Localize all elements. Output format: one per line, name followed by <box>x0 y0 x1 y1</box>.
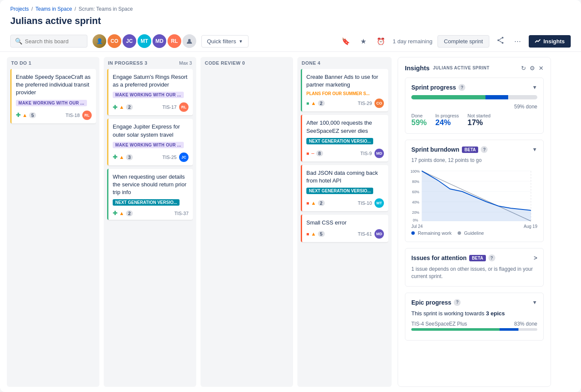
search-input[interactable] <box>25 38 81 45</box>
burndown-chart: 100% 80% 60% 40% 20% 0% <box>410 168 539 223</box>
sprint-burndown-title: Sprint burndown BETA ? ▼ <box>411 146 537 153</box>
more-options-button[interactable]: ⋯ <box>512 36 524 47</box>
page-title: Julians active sprint <box>0 14 581 31</box>
card-tis37-tag: NEXT GENERATION VERSIO... <box>113 199 180 206</box>
issues-expand-icon[interactable]: > <box>534 254 537 261</box>
insights-button[interactable]: Insights <box>529 35 571 48</box>
clock-icon-button[interactable]: ⏰ <box>374 36 388 47</box>
column-inprogress-title: IN PROGRESS 3 <box>108 60 147 66</box>
issues-help-icon[interactable]: ? <box>488 254 495 261</box>
tag-icon-button[interactable]: 🔖 <box>339 36 353 47</box>
card-tis9-meta: TIS-9 MD <box>360 149 384 158</box>
card-tis37-title: When requesting user details the service… <box>113 173 189 197</box>
epic-progress-title-wrap: Epic progress ? <box>411 299 461 306</box>
avatar-rl[interactable]: RL <box>168 34 181 48</box>
sprint-burndown-title-wrap: Sprint burndown BETA ? <box>411 146 488 153</box>
plus-icon: ✚ <box>113 104 117 111</box>
column-todo-title: TO DO 1 <box>11 60 31 66</box>
sprint-progress-chevron-icon[interactable]: ▼ <box>532 84 537 90</box>
insights-close-button[interactable]: ✕ <box>539 65 544 72</box>
card-tis9-icons: ■ − 8 <box>306 150 323 157</box>
svg-text:0%: 0% <box>413 218 418 222</box>
progress-done-bar <box>411 95 485 99</box>
card-tis25-id: TIS-25 <box>162 155 177 160</box>
star-icon-button[interactable]: ★ <box>358 36 369 47</box>
epic-subtitle: This sprint is working towards 3 epics <box>411 310 537 317</box>
quick-filters-button[interactable]: Quick filters ▼ <box>201 35 249 48</box>
avatar-co[interactable]: CO <box>108 34 121 48</box>
column-todo-header: TO DO 1 <box>10 60 96 66</box>
share-icon-button[interactable] <box>494 35 506 47</box>
card-tis18[interactable]: Enable Speedy SpaceCraft as the preferre… <box>10 69 96 123</box>
card-tis25[interactable]: Engage Jupiter Express for outer solar s… <box>107 119 193 165</box>
card-tis9[interactable]: After 100,000 requests the SeeSpaceEZ se… <box>301 115 388 161</box>
issues-attention-title-wrap: Issues for attention BETA ? <box>411 254 495 261</box>
svg-text:40%: 40% <box>412 200 419 204</box>
beta-badge: BETA <box>462 147 478 153</box>
card-tis10-footer: ■ ▲ 2 TIS-10 MT <box>306 198 384 208</box>
fire-icon: ▲ <box>119 210 124 216</box>
search-box[interactable]: 🔍 <box>10 35 87 48</box>
epic-progress-section: Epic progress ? ▼ This sprint is working… <box>405 293 544 341</box>
issues-attention-section: Issues for attention BETA ? > 1 issue de… <box>405 248 544 287</box>
sprint-progress-title: Sprint progress ? ▼ <box>411 84 537 91</box>
card-tis29-count: 2 <box>318 100 325 106</box>
card-tis9-tag: NEXT GENERATION VERSIO... <box>306 138 373 144</box>
progress-stats: Done 59% In progress 24% Not started 17% <box>411 113 537 127</box>
toolbar: 🔍 👤 CO JC MT MD RL Quick filters ▼ <box>0 31 581 52</box>
avatar-photo[interactable]: 👤 <box>93 34 106 48</box>
avatar-jc[interactable]: JC <box>123 34 136 48</box>
epic-help-icon[interactable]: ? <box>454 299 461 306</box>
sprint-progress-section: Sprint progress ? ▼ 59% done Done 59% <box>405 78 544 134</box>
legend-guideline-dot <box>458 231 461 235</box>
card-tis10-tag: NEXT GENERATION VERSIO... <box>306 188 373 194</box>
progress-pct-label: 59% done <box>411 104 537 110</box>
legend-remaining-label: Remaining work <box>418 230 452 236</box>
card-tis61-title: Small CSS error <box>306 219 384 227</box>
breadcrumb-teams[interactable]: Teams in Space <box>36 6 72 12</box>
epic-chevron-icon[interactable]: ▼ <box>532 299 537 305</box>
complete-sprint-button[interactable]: Complete sprint <box>437 35 489 48</box>
card-tis37-meta: TIS-37 <box>174 211 189 216</box>
issues-attention-text: 1 issue depends on other issues, or is f… <box>411 266 537 280</box>
column-codereview-title: CODE REVIEW 0 <box>205 60 245 66</box>
avatar-ghost[interactable] <box>183 34 196 48</box>
fire-icon: ▲ <box>311 200 316 206</box>
burndown-help-icon[interactable]: ? <box>481 146 488 153</box>
column-codereview-header: CODE REVIEW 0 <box>204 60 290 66</box>
card-tis10[interactable]: Bad JSON data coming back from hotel API… <box>301 165 388 211</box>
burndown-chevron-icon[interactable]: ▼ <box>532 147 537 153</box>
time-remaining: 1 day remaining <box>393 38 433 45</box>
epic-item-tis4: TIS-4 SeeSpaceEZ Plus 83% done <box>411 321 537 331</box>
legend-guideline: Guideline <box>458 230 484 236</box>
svg-point-3 <box>497 39 499 41</box>
card-tis61-meta: TIS-61 MD <box>358 229 384 239</box>
stat-done-value: 59% <box>411 118 427 127</box>
card-tis17-title: Engage Saturn's Rings Resort as a prefer… <box>113 73 189 89</box>
epic-tis4-bar-done <box>411 328 500 331</box>
stat-notstarted-value: 17% <box>467 118 491 127</box>
stat-inprogress-value: 24% <box>435 118 459 127</box>
square-green-icon: ■ <box>306 101 309 106</box>
breadcrumb-projects[interactable]: Projects <box>10 6 29 12</box>
avatar-mt[interactable]: MT <box>138 34 151 48</box>
legend-remaining-dot <box>411 231 415 235</box>
card-tis61[interactable]: Small CSS error ■ ▲ 5 TIS-61 MD <box>301 215 388 242</box>
card-tis17[interactable]: Engage Saturn's Rings Resort as a prefer… <box>107 69 193 115</box>
card-tis25-title: Engage Jupiter Express for outer solar s… <box>113 123 189 138</box>
sprint-progress-help-icon[interactable]: ? <box>458 84 465 91</box>
square-red-icon: ■ <box>306 231 309 236</box>
card-tis37[interactable]: When requesting user details the service… <box>107 169 193 220</box>
card-tis61-footer: ■ ▲ 5 TIS-61 MD <box>306 229 384 239</box>
avatar-md[interactable]: MD <box>153 34 166 48</box>
card-tis29[interactable]: Create Banner Ads to use for partner mar… <box>301 69 388 111</box>
insights-sprint-badge: JULIANS ACTIVE SPRINT <box>433 66 490 70</box>
card-tis25-count: 3 <box>126 154 133 160</box>
card-tis37-count: 2 <box>126 210 133 216</box>
card-tis9-id: TIS-9 <box>360 151 372 156</box>
card-tis29-avatar: CO <box>374 99 384 108</box>
card-tis10-id: TIS-10 <box>358 200 372 206</box>
column-todo-cards: Enable Speedy SpaceCraft as the preferre… <box>10 69 96 383</box>
insights-settings-button[interactable]: ⚙ <box>530 65 535 72</box>
insights-refresh-button[interactable]: ↻ <box>521 65 526 72</box>
